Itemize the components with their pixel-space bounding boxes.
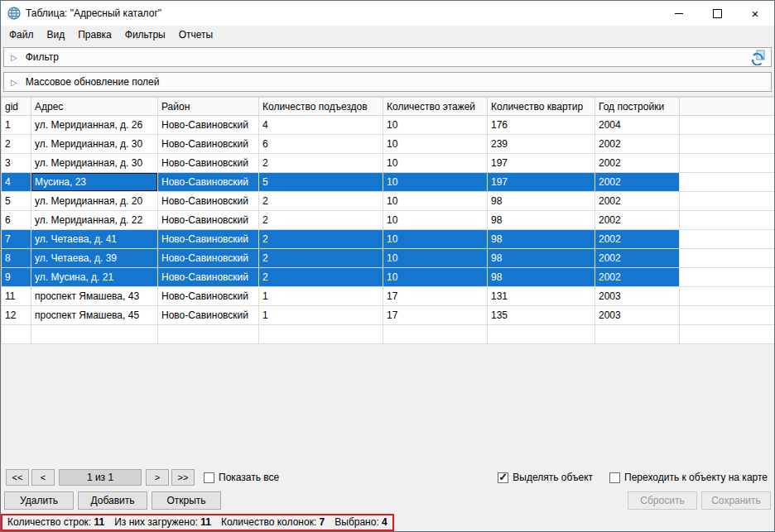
cell-entrances[interactable]: 2 xyxy=(259,211,383,230)
empty-cell[interactable] xyxy=(680,325,775,344)
cell-gid[interactable]: 7 xyxy=(2,230,31,249)
cell-apartments[interactable]: 197 xyxy=(488,173,595,192)
cell-floors[interactable]: 10 xyxy=(383,116,488,135)
cell-address[interactable]: ул. Меридианная, д. 30 xyxy=(31,154,158,173)
table-row[interactable]: 12проспект Ямашева, 45Ново-Савиновский11… xyxy=(2,306,775,325)
cell-floors[interactable]: 17 xyxy=(383,287,488,306)
cell-apartments[interactable]: 197 xyxy=(488,154,595,173)
goto-object-option[interactable]: Переходить к объекту на карте xyxy=(609,472,768,483)
filter-panel[interactable]: ▷ Фильтр xyxy=(3,47,772,67)
minimize-button[interactable] xyxy=(660,1,698,26)
cell-address[interactable]: ул. Меридианная, д. 20 xyxy=(31,192,158,211)
cell-district[interactable]: Ново-Савиновский xyxy=(158,135,259,154)
cell-floors[interactable]: 10 xyxy=(383,135,488,154)
cell-address[interactable]: Мусина, 23 xyxy=(31,173,158,192)
cell-entrances[interactable]: 2 xyxy=(259,249,383,268)
column-header-year[interactable]: Год постройки xyxy=(595,98,680,116)
cell-floors[interactable]: 10 xyxy=(383,154,488,173)
cell-gid[interactable]: 1 xyxy=(2,116,31,135)
cell-address[interactable]: проспект Ямашева, 43 xyxy=(31,287,158,306)
table-row[interactable]: 7ул. Четаева, д. 41Ново-Савиновский21098… xyxy=(2,230,775,249)
cell-year[interactable]: 2002 xyxy=(595,268,680,287)
cell-entrances[interactable]: 6 xyxy=(259,135,383,154)
menu-item-edit[interactable]: Правка xyxy=(71,26,118,43)
cell-year[interactable]: 2002 xyxy=(595,230,680,249)
cell-year[interactable]: 2002 xyxy=(595,249,680,268)
column-header-entrances[interactable]: Количество подъездов xyxy=(259,98,383,116)
cell-year[interactable]: 2002 xyxy=(595,211,680,230)
next-page-button[interactable]: > xyxy=(146,469,169,486)
first-page-button[interactable]: << xyxy=(6,469,29,486)
cell-year[interactable]: 2002 xyxy=(595,173,680,192)
column-header-gid[interactable]: gid xyxy=(2,98,31,116)
cell-district[interactable]: Ново-Савиновский xyxy=(158,173,259,192)
cell-year[interactable]: 2002 xyxy=(595,154,680,173)
highlight-object-option[interactable]: Выделять объект xyxy=(498,472,593,483)
cell-gid[interactable]: 2 xyxy=(2,135,31,154)
menu-item-filters[interactable]: Фильтры xyxy=(118,26,172,43)
cell-entrances[interactable]: 2 xyxy=(259,154,383,173)
cell-district[interactable]: Ново-Савиновский xyxy=(158,192,259,211)
cell-entrances[interactable]: 4 xyxy=(259,116,383,135)
cell-entrances[interactable]: 2 xyxy=(259,268,383,287)
cell-apartments[interactable]: 131 xyxy=(488,287,595,306)
table-row[interactable]: 9ул. Мусина, д. 21Ново-Савиновский210982… xyxy=(2,268,775,287)
table-row[interactable]: 3ул. Меридианная, д. 30Ново-Савиновский2… xyxy=(2,154,775,173)
reset-button[interactable]: Сбросить xyxy=(628,491,697,510)
cell-entrances[interactable]: 1 xyxy=(259,306,383,325)
cell-gid[interactable]: 11 xyxy=(2,287,31,306)
cell-apartments[interactable]: 239 xyxy=(488,135,595,154)
column-header-district[interactable]: Район xyxy=(158,98,259,116)
table-row[interactable]: 1ул. Меридианная, д. 26Ново-Савиновский4… xyxy=(2,116,775,135)
cell-address[interactable]: ул. Меридианная, д. 30 xyxy=(31,135,158,154)
empty-cell[interactable] xyxy=(2,325,31,344)
cell-gid[interactable]: 12 xyxy=(2,306,31,325)
open-button[interactable]: Открыть xyxy=(152,491,221,510)
cell-address[interactable]: ул. Четаева, д. 41 xyxy=(31,230,158,249)
cell-year[interactable]: 2004 xyxy=(595,116,680,135)
cell-district[interactable]: Ново-Савиновский xyxy=(158,211,259,230)
cell-floors[interactable]: 10 xyxy=(383,173,488,192)
last-page-button[interactable]: >> xyxy=(171,469,195,486)
cell-address[interactable]: ул. Меридианная, д. 26 xyxy=(31,116,158,135)
table-row[interactable]: 6ул. Меридианная, д. 22Ново-Савиновский2… xyxy=(2,211,775,230)
cell-floors[interactable]: 10 xyxy=(383,192,488,211)
cell-floors[interactable]: 10 xyxy=(383,249,488,268)
refresh-filter-icon[interactable] xyxy=(749,50,766,65)
menu-item-reports[interactable]: Отчеты xyxy=(172,26,219,43)
empty-cell[interactable] xyxy=(595,325,680,344)
empty-cell[interactable] xyxy=(488,325,595,344)
column-header-floors[interactable]: Количество этажей xyxy=(383,98,488,116)
cell-floors[interactable]: 10 xyxy=(383,211,488,230)
cell-district[interactable]: Ново-Савиновский xyxy=(158,306,259,325)
cell-year[interactable]: 2003 xyxy=(595,306,680,325)
close-button[interactable]: × xyxy=(736,1,774,26)
cell-apartments[interactable]: 98 xyxy=(488,211,595,230)
empty-row[interactable] xyxy=(2,325,775,344)
cell-entrances[interactable]: 2 xyxy=(259,230,383,249)
cell-district[interactable]: Ново-Савиновский xyxy=(158,287,259,306)
table-row[interactable]: 4Мусина, 23Ново-Савиновский5101972002 xyxy=(2,173,775,192)
cell-year[interactable]: 2002 xyxy=(595,135,680,154)
cell-gid[interactable]: 8 xyxy=(2,249,31,268)
column-header-address[interactable]: Адрес xyxy=(31,98,158,116)
show-all-option[interactable]: Показать все xyxy=(204,472,279,483)
cell-gid[interactable]: 3 xyxy=(2,154,31,173)
cell-entrances[interactable]: 2 xyxy=(259,192,383,211)
column-header-apartments[interactable]: Количество квартир xyxy=(488,98,595,116)
table-row[interactable]: 8ул. Четаева, д. 39Ново-Савиновский21098… xyxy=(2,249,775,268)
mass-update-panel[interactable]: ▷ Массовое обновление полей xyxy=(3,72,772,92)
cell-apartments[interactable]: 135 xyxy=(488,306,595,325)
cell-address[interactable]: проспект Ямашева, 45 xyxy=(31,306,158,325)
cell-apartments[interactable]: 98 xyxy=(488,192,595,211)
goto-object-checkbox[interactable] xyxy=(609,472,620,483)
cell-year[interactable]: 2002 xyxy=(595,192,680,211)
cell-entrances[interactable]: 5 xyxy=(259,173,383,192)
table-row[interactable]: 2ул. Меридианная, д. 30Ново-Савиновский6… xyxy=(2,135,775,154)
menu-item-view[interactable]: Вид xyxy=(41,26,72,43)
cell-gid[interactable]: 5 xyxy=(2,192,31,211)
table-row[interactable]: 11проспект Ямашева, 43Ново-Савиновский11… xyxy=(2,287,775,306)
add-button[interactable]: Добавить xyxy=(78,491,147,510)
delete-button[interactable]: Удалить xyxy=(4,491,74,510)
cell-year[interactable]: 2003 xyxy=(595,287,680,306)
